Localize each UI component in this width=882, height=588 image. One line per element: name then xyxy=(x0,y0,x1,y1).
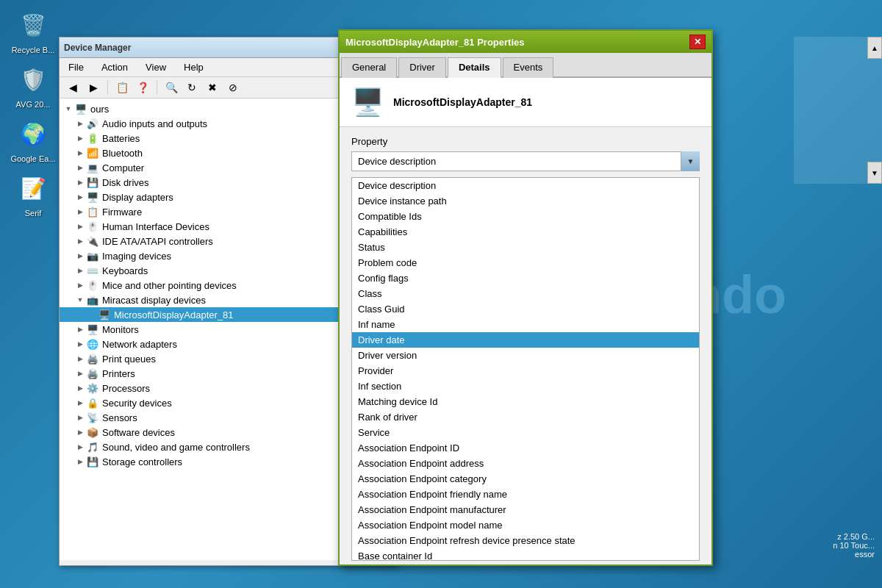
props-title-bar: MicrosoftDisplayAdapter_81 Properties ✕ xyxy=(340,31,711,53)
list-item-driver-version[interactable]: Driver version xyxy=(352,348,699,363)
recycle-bin-icon[interactable]: 🗑️ Recycle B... xyxy=(7,7,59,54)
touch-info: n 10 Touc... xyxy=(833,541,875,550)
list-item-driver-date[interactable]: Driver date xyxy=(352,332,699,348)
property-dropdown[interactable]: Device description xyxy=(351,151,700,171)
scrollbar-down-btn[interactable]: ▼ xyxy=(867,162,882,184)
list-item-assoc-endpoint-friendly[interactable]: Association Endpoint friendly name xyxy=(352,487,699,502)
tab-details[interactable]: Details xyxy=(448,57,501,78)
property-list[interactable]: Device description Device instance path … xyxy=(352,178,699,560)
property-label: Property xyxy=(351,136,700,147)
avg-icon[interactable]: 🛡️ AVG 20... xyxy=(7,62,59,109)
toolbar-uninstall[interactable]: ✖ xyxy=(204,79,221,96)
list-item-assoc-endpoint-model[interactable]: Association Endpoint model name xyxy=(352,517,699,533)
list-item-device-description[interactable]: Device description xyxy=(352,178,699,193)
toolbar-disable[interactable]: ⊘ xyxy=(224,79,242,96)
list-item-compatible-ids[interactable]: Compatible Ids xyxy=(352,209,699,224)
menu-view[interactable]: View xyxy=(143,60,169,74)
menu-file[interactable]: File xyxy=(65,60,87,74)
list-item-service[interactable]: Service xyxy=(352,425,699,440)
tabs-bar: General Driver Details Events xyxy=(340,53,711,78)
list-item-problem-code[interactable]: Problem code xyxy=(352,255,699,270)
tab-driver[interactable]: Driver xyxy=(398,57,446,78)
list-item-status[interactable]: Status xyxy=(352,240,699,255)
bottom-info: z 2.50 G... n 10 Touc... essor xyxy=(833,532,875,559)
desktop: ndo 🗑️ Recycle B... 🛡️ AVG 20... 🌍 Googl… xyxy=(0,0,882,588)
list-item-assoc-endpoint-id[interactable]: Association Endpoint ID xyxy=(352,440,699,456)
toolbar-sep1 xyxy=(107,80,108,95)
list-item-base-container-id[interactable]: Base container Id xyxy=(352,548,699,560)
list-item-assoc-endpoint-refresh[interactable]: Association Endpoint refresh device pres… xyxy=(352,533,699,548)
device-name: MicrosoftDisplayAdapter_81 xyxy=(393,96,532,108)
property-section: Property Device description ▼ Device des… xyxy=(340,127,711,570)
properties-dialog: MicrosoftDisplayAdapter_81 Properties ✕ … xyxy=(338,29,713,566)
dropdown-list-container: Device description Device instance path … xyxy=(351,177,700,561)
tab-events[interactable]: Events xyxy=(503,57,554,78)
list-item-provider[interactable]: Provider xyxy=(352,363,699,379)
right-panel: ▲ ▼ xyxy=(794,37,882,184)
list-item-inf-section[interactable]: Inf section xyxy=(352,379,699,394)
list-item-device-instance-path[interactable]: Device instance path xyxy=(352,193,699,209)
list-item-assoc-endpoint-manufacturer[interactable]: Association Endpoint manufacturer xyxy=(352,502,699,517)
processor-label: essor xyxy=(833,550,875,559)
desktop-icons: 🗑️ Recycle B... 🛡️ AVG 20... 🌍 Google Ea… xyxy=(7,7,59,218)
list-item-class-guid[interactable]: Class Guid xyxy=(352,301,699,317)
list-item-matching-device-id[interactable]: Matching device Id xyxy=(352,394,699,409)
toolbar-update[interactable]: ↻ xyxy=(183,79,201,96)
processor-info: z 2.50 G... xyxy=(833,532,875,541)
device-icon: 🖥️ xyxy=(351,87,384,118)
list-item-capabilities[interactable]: Capabilities xyxy=(352,224,699,240)
props-close-button[interactable]: ✕ xyxy=(689,35,706,49)
tab-general[interactable]: General xyxy=(341,57,397,78)
menu-help[interactable]: Help xyxy=(181,60,207,74)
list-item-inf-name[interactable]: Inf name xyxy=(352,317,699,332)
list-item-rank-of-driver[interactable]: Rank of driver xyxy=(352,409,699,425)
props-title: MicrosoftDisplayAdapter_81 Properties xyxy=(345,37,524,48)
serif-icon[interactable]: 📝 Serif xyxy=(7,171,59,218)
list-item-assoc-endpoint-address[interactable]: Association Endpoint address xyxy=(352,456,699,471)
list-item-assoc-endpoint-category[interactable]: Association Endpoint category xyxy=(352,471,699,487)
google-earth-icon[interactable]: 🌍 Google Ea... xyxy=(7,116,59,163)
toolbar-back[interactable]: ◀ xyxy=(64,79,82,96)
list-item-class[interactable]: Class xyxy=(352,286,699,301)
toolbar-properties[interactable]: 📋 xyxy=(113,79,131,96)
device-header: 🖥️ MicrosoftDisplayAdapter_81 xyxy=(340,78,711,127)
window-title: Device Manager xyxy=(64,43,131,53)
property-dropdown-container: Device description ▼ xyxy=(351,151,700,171)
toolbar-forward[interactable]: ▶ xyxy=(85,79,102,96)
toolbar-help[interactable]: ❓ xyxy=(134,79,151,96)
menu-action[interactable]: Action xyxy=(98,60,131,74)
toolbar-scan[interactable]: 🔍 xyxy=(162,79,180,96)
scrollbar-up-btn[interactable]: ▲ xyxy=(867,37,882,59)
list-item-config-flags[interactable]: Config flags xyxy=(352,270,699,286)
toolbar-sep2 xyxy=(157,80,157,95)
